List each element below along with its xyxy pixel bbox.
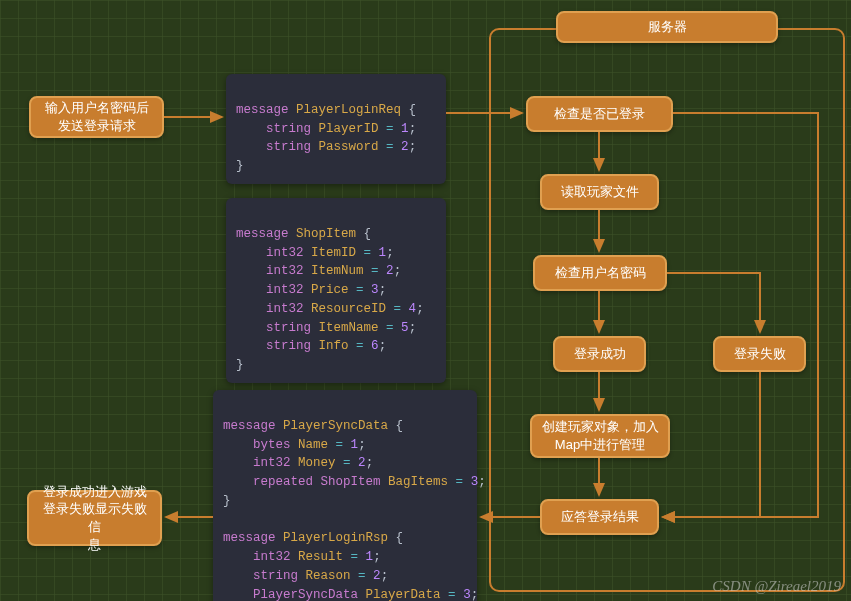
check-login-node: 检查是否已登录	[526, 96, 673, 132]
read-file-node: 读取玩家文件	[540, 174, 659, 210]
client-input-node: 输入用户名密码后发送登录请求	[29, 96, 164, 138]
login-fail-node: 登录失败	[713, 336, 806, 372]
respond-node: 应答登录结果	[540, 499, 659, 535]
login-ok-node: 登录成功	[553, 336, 646, 372]
code-playerloginreq: message PlayerLoginReq { string PlayerID…	[226, 74, 446, 184]
create-player-node: 创建玩家对象，加入Map中进行管理	[530, 414, 670, 458]
code-shopitem: message ShopItem { int32 ItemID = 1; int…	[226, 198, 446, 383]
client-output-node: 登录成功进入游戏登录失败显示失败信息	[27, 490, 162, 546]
watermark: CSDN @Zireael2019	[712, 578, 841, 595]
check-creds-node: 检查用户名密码	[533, 255, 667, 291]
code-playersync-rsp: message PlayerSyncData { bytes Name = 1;…	[213, 390, 477, 601]
server-title: 服务器	[556, 11, 778, 43]
